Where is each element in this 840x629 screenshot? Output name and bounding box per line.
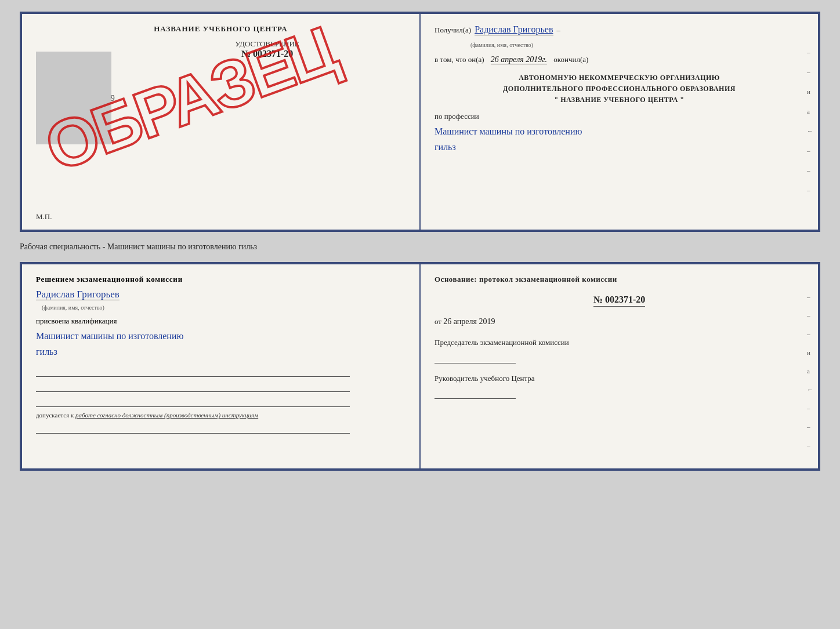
bottom-doc-left: Решением экзаменационной комиссии Радисл… — [22, 264, 421, 468]
org-block: АВТОНОМНУЮ НЕКОММЕРЧЕСКУЮ ОРГАНИЗАЦИЮ ДО… — [435, 72, 804, 106]
recipient-line: Получил(а) Радислав Григорьев – — [435, 24, 804, 35]
watermark-obrazec: ОБРАЗЕЦ — [35, 11, 345, 186]
head-title: Руководитель учебного Центра — [435, 373, 804, 384]
top-doc-right: – – и а ← – – – Получил(а) Радислав Григ… — [421, 14, 818, 230]
org-line2: ДОПОЛНИТЕЛЬНОГО ПРОФЕССИОНАЛЬНОГО ОБРАЗО… — [435, 83, 804, 94]
document-container: НАЗВАНИЕ УЧЕБНОГО ЦЕНТРА ОБРАЗЕЦ УДОСТОВ… — [20, 12, 820, 471]
cert-center-title: НАЗВАНИЕ УЧЕБНОГО ЦЕНТРА — [36, 24, 405, 34]
received-label: Получил(а) — [435, 26, 471, 35]
head-sign-line — [435, 387, 516, 399]
decision-title: Решением экзаменационной комиссии — [36, 275, 405, 284]
qualification-hw2: гильз — [36, 347, 57, 357]
bottom-doc-right: – – – и а ← – – – Основание: протокол эк… — [421, 264, 818, 468]
protocol-number: № 002371-20 — [593, 294, 645, 307]
org-quote-open: " — [555, 96, 559, 104]
bottom-lines — [36, 365, 405, 407]
date-prefix: от — [435, 317, 441, 326]
org-name: НАЗВАНИЕ УЧЕБНОГО ЦЕНТРА — [560, 96, 678, 104]
line2 — [36, 380, 350, 392]
protocol-date: 26 апреля 2019 — [443, 317, 495, 326]
completed-line: в том, что он(а) 26 апреля 2019г. окончи… — [435, 55, 804, 64]
qualification-hw: Машинист машины по изготовлению гильз — [36, 328, 405, 359]
head-block: Руководитель учебного Центра — [435, 373, 804, 399]
bottom-fio-sub: (фамилия, имя, отчество) — [42, 304, 104, 311]
mp-label: М.П. — [36, 212, 52, 221]
org-name-quoted: " НАЗВАНИЕ УЧЕБНОГО ЦЕНТРА " — [435, 94, 804, 106]
allowed-sign-line — [36, 422, 350, 434]
bottom-document: Решением экзаменационной комиссии Радисл… — [20, 262, 820, 471]
right-margin-chars: – – и а ← – – – — [807, 49, 813, 194]
osnov-title: Основание: протокол экзаменационной коми… — [435, 275, 804, 284]
assigned-label: присвоена квалификация — [36, 317, 405, 326]
top-document: НАЗВАНИЕ УЧЕБНОГО ЦЕНТРА ОБРАЗЕЦ УДОСТОВ… — [20, 12, 820, 232]
profession-label: по профессии — [435, 112, 804, 121]
bottom-person-name: Радислав Григорьев — [36, 289, 120, 300]
completed-date: 26 апреля 2019г. — [491, 55, 547, 64]
fio-sublabel-top: (фамилия, имя, отчество) — [470, 42, 533, 48]
separator-label: Рабочая специальность - Машинист машины … — [20, 239, 820, 255]
completed-label: окончил(а) — [553, 55, 588, 64]
line3 — [36, 395, 350, 407]
top-doc-left: НАЗВАНИЕ УЧЕБНОГО ЦЕНТРА ОБРАЗЕЦ УДОСТОВ… — [22, 14, 421, 230]
line1 — [36, 365, 350, 377]
qualification-hw1: Машинист машины по изготовлению — [36, 331, 183, 341]
profession-hw1: Машинист машины по изготовлению — [435, 126, 582, 136]
right-margin-chars-bottom: – – – и а ← – – – — [807, 293, 813, 449]
dash: – — [557, 26, 561, 35]
chairman-title: Председатель экзаменационной комиссии — [435, 337, 804, 348]
allowed-text: допускается к работе согласно должностны… — [36, 412, 405, 419]
in-that-label: в том, что он(а) — [435, 55, 484, 64]
recipient-name: Радислав Григорьев — [475, 24, 553, 35]
profession-hw2: гильз — [435, 142, 456, 152]
chairman-sign-line — [435, 352, 516, 363]
allowed-prefix: допускается к — [36, 412, 74, 419]
date-line: от 26 апреля 2019 — [435, 317, 804, 326]
profession-hw: Машинист машины по изготовлению гильз — [435, 123, 804, 155]
allowed-italic-text: работе согласно должностным (производств… — [75, 412, 258, 419]
chairman-block: Председатель экзаменационной комиссии — [435, 337, 804, 363]
org-quote-close: " — [680, 96, 684, 104]
org-line1: АВТОНОМНУЮ НЕКОММЕРЧЕСКУЮ ОРГАНИЗАЦИЮ — [435, 72, 804, 83]
